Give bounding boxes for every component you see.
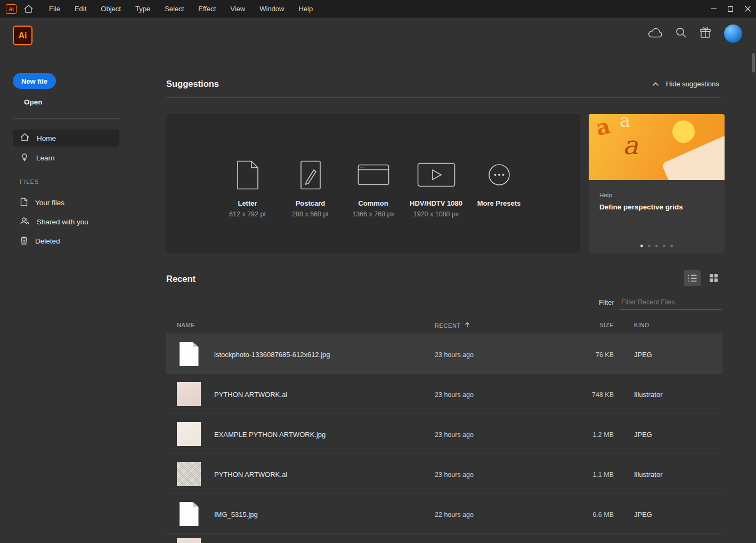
files-section-label: FILES <box>20 179 39 185</box>
ellipsis-icon <box>488 158 510 192</box>
file-recent: 23 hours ago <box>435 391 474 399</box>
hide-suggestions-button[interactable]: Hide suggestions <box>652 80 719 88</box>
more-presets-button[interactable]: More Presets <box>468 158 531 218</box>
file-recent: 23 hours ago <box>435 351 474 359</box>
filter-label: Filter <box>599 298 614 306</box>
window-controls <box>705 0 756 18</box>
file-kind: JPEG <box>634 510 652 518</box>
table-row[interactable]: PYTHON ARTWORK.ai 23 hours ago 748 KB Il… <box>166 374 722 414</box>
home-icon <box>20 133 29 143</box>
home-icon[interactable] <box>24 5 33 13</box>
new-file-button[interactable]: New file <box>13 73 56 89</box>
sidebar-item-shared-with-you[interactable]: Shared with you <box>13 213 119 230</box>
file-name: EXAMPLE PYTHON ARTWORK.jpg <box>214 431 326 439</box>
file-size: 1.2 MB <box>576 431 614 439</box>
preset-label: Postcard <box>296 199 326 207</box>
column-header-size[interactable]: SIZE <box>576 322 614 328</box>
list-view-button[interactable] <box>684 270 701 286</box>
letter-a-shape: a <box>620 114 630 131</box>
sidebar-item-label: Shared with you <box>37 218 88 226</box>
table-row[interactable]: EXAMPLE PYTHON ARTWORK.jpg 23 hours ago … <box>166 414 722 454</box>
file-recent: 23 hours ago <box>435 431 474 439</box>
carousel-dots <box>589 245 725 247</box>
preset-letter[interactable]: Letter 612 x 792 pt <box>216 158 279 218</box>
file-size: 76 KB <box>576 351 614 359</box>
column-header-kind[interactable]: KIND <box>634 322 649 328</box>
menu-window[interactable]: Window <box>259 5 284 13</box>
table-row[interactable]: IMG_5315.jpg 22 hours ago 6.6 MB JPEG <box>166 494 722 534</box>
carousel-dot[interactable] <box>655 245 658 247</box>
preset-common[interactable]: Common 1366 x 768 px <box>342 158 405 218</box>
trash-icon <box>20 236 28 246</box>
maximize-button[interactable] <box>722 0 739 18</box>
open-button[interactable]: Open <box>24 98 43 106</box>
carousel-dot[interactable] <box>663 245 665 247</box>
menu-object[interactable]: Object <box>101 5 121 13</box>
file-thumbnail <box>177 422 201 446</box>
column-header-label: RECENT <box>435 322 461 329</box>
gift-icon[interactable] <box>700 27 711 40</box>
help-card[interactable]: a a a Help Define perspective grids <box>589 114 725 253</box>
document-icon <box>236 158 259 192</box>
file-recent: 22 hours ago <box>435 511 474 518</box>
filter-input[interactable] <box>620 295 721 310</box>
file-size: 1.1 MB <box>576 471 614 479</box>
preset-label: HDV/HDTV 1080 <box>410 199 462 207</box>
hide-suggestions-label: Hide suggestions <box>666 80 719 88</box>
table-row[interactable] <box>166 534 722 543</box>
preset-dimensions: 288 x 560 pt <box>292 210 329 218</box>
menu-bar: File Edit Object Type Select Effect View… <box>49 5 313 13</box>
recent-file-list: istockphoto-1336087685-612x612.jpg 23 ho… <box>166 334 722 543</box>
scrollbar[interactable] <box>752 53 755 72</box>
search-icon[interactable] <box>675 27 687 40</box>
menu-view[interactable]: View <box>230 5 245 13</box>
carousel-dot[interactable] <box>640 245 643 247</box>
file-name: PYTHON ARTWORK.ai <box>214 391 287 399</box>
file-name: IMG_5315.jpg <box>214 510 258 518</box>
minimize-button[interactable] <box>705 0 722 18</box>
sidebar-item-home[interactable]: Home <box>13 129 119 147</box>
file-recent: 23 hours ago <box>435 471 474 479</box>
sidebar-item-label: Learn <box>36 154 55 162</box>
table-row[interactable]: PYTHON ARTWORK.ai 23 hours ago 1.1 MB Il… <box>166 454 722 494</box>
preset-hdv[interactable]: HDV/HDTV 1080 1920 x 1080 px <box>405 158 468 218</box>
file-size: 748 KB <box>576 391 614 399</box>
file-thumbnail <box>177 538 201 543</box>
menu-type[interactable]: Type <box>135 5 150 13</box>
menu-file[interactable]: File <box>49 5 60 13</box>
sidebar-item-deleted[interactable]: Deleted <box>13 232 119 249</box>
carousel-dot[interactable] <box>648 245 651 247</box>
file-kind: JPEG <box>634 351 652 359</box>
sidebar-item-label: Home <box>37 134 56 142</box>
preset-dimensions: 1920 x 1080 px <box>413 210 459 218</box>
preset-postcard[interactable]: Postcard 288 x 560 pt <box>279 158 342 218</box>
preset-label: Letter <box>238 199 257 207</box>
carousel-dot[interactable] <box>670 245 673 247</box>
file-name: PYTHON ARTWORK.ai <box>214 471 287 479</box>
menu-effect[interactable]: Effect <box>198 5 216 13</box>
app-logo-icon: Ai <box>6 4 17 14</box>
suggestions-heading: Suggestions <box>166 79 219 89</box>
sort-ascending-icon <box>465 322 470 329</box>
illustrator-logo: Ai <box>13 26 32 45</box>
sidebar-divider <box>13 118 119 119</box>
close-button[interactable] <box>739 0 756 18</box>
paper-shape <box>661 135 725 180</box>
preset-dimensions: 612 x 792 pt <box>229 210 266 218</box>
presets-panel: Letter 612 x 792 pt Postcard 288 x 560 p… <box>166 114 580 253</box>
sidebar-item-your-files[interactable]: Your files <box>13 194 119 211</box>
file-kind: Illustrator <box>634 471 662 479</box>
file-name: istockphoto-1336087685-612x612.jpg <box>214 351 330 359</box>
menu-select[interactable]: Select <box>165 5 184 13</box>
sidebar-item-learn[interactable]: Learn <box>13 149 119 166</box>
column-header-name[interactable]: NAME <box>177 322 195 328</box>
avatar[interactable] <box>724 25 742 43</box>
preset-label: More Presets <box>477 199 521 207</box>
menu-edit[interactable]: Edit <box>75 5 86 13</box>
cloud-icon[interactable] <box>648 27 662 40</box>
brush-document-icon <box>300 158 321 192</box>
column-header-recent[interactable]: RECENT <box>435 322 470 329</box>
menu-help[interactable]: Help <box>298 5 313 13</box>
table-row[interactable]: istockphoto-1336087685-612x612.jpg 23 ho… <box>166 334 722 374</box>
grid-view-button[interactable] <box>705 270 722 286</box>
